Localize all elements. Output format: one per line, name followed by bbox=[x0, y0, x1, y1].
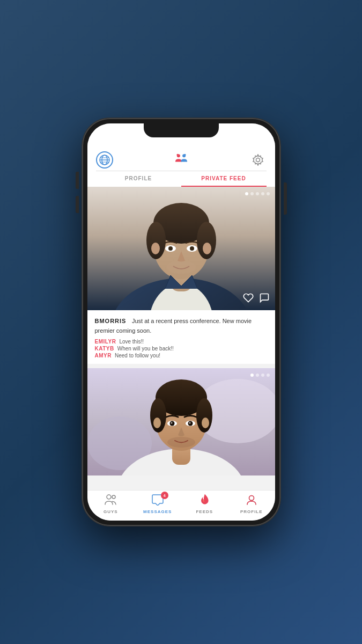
svg-point-42 bbox=[189, 422, 190, 423]
feed-content: BMORRIS Just at a recent press conferenc… bbox=[87, 187, 275, 490]
bottom-navigation: GUYS 4 MESSAGES FEEDS bbox=[87, 490, 275, 521]
comment-item: KATYB When will you be back!! bbox=[95, 346, 268, 352]
globe-icon[interactable] bbox=[96, 151, 113, 169]
header-icons-row bbox=[96, 149, 267, 171]
comment-text-2: When will you be back!! bbox=[117, 346, 174, 352]
dot-2 bbox=[250, 192, 254, 195]
svg-point-24 bbox=[190, 246, 194, 251]
comment-item: EMILYR Love this!! bbox=[95, 339, 268, 345]
phone-screen: PROFILE PRIVATE FEED bbox=[87, 123, 275, 521]
svg-point-47 bbox=[249, 496, 254, 501]
comments-list: EMILYR Love this!! KATYB When will you b… bbox=[95, 339, 268, 358]
power-button[interactable] bbox=[284, 182, 287, 215]
guys-icon bbox=[104, 494, 117, 508]
dot-1 bbox=[245, 192, 248, 195]
messages-badge: 4 bbox=[161, 492, 168, 499]
app-header: PROFILE PRIVATE FEED bbox=[87, 147, 275, 187]
post-item: BMORRIS Just at a recent press conferenc… bbox=[87, 187, 275, 364]
dot2-2 bbox=[256, 374, 259, 377]
like-icon[interactable] bbox=[243, 292, 254, 306]
post-author: BMORRIS bbox=[95, 318, 127, 324]
volume-up-button[interactable] bbox=[76, 172, 79, 189]
dot2-3 bbox=[261, 374, 264, 377]
svg-point-43 bbox=[167, 437, 195, 448]
phone-frame: PROFILE PRIVATE FEED bbox=[82, 118, 280, 526]
image-dots-2 bbox=[250, 374, 270, 377]
dot-4 bbox=[261, 192, 264, 195]
comment-text-1: Love this!! bbox=[119, 339, 144, 345]
svg-point-25 bbox=[166, 261, 196, 274]
comment-item: AMYR Need to follow you! bbox=[95, 353, 268, 358]
svg-point-45 bbox=[112, 495, 115, 499]
dot2-4 bbox=[267, 374, 270, 377]
tab-private-feed[interactable]: PRIVATE FEED bbox=[181, 171, 267, 187]
nav-item-messages[interactable]: 4 MESSAGES bbox=[134, 494, 181, 514]
image-dots bbox=[245, 192, 270, 195]
svg-point-36 bbox=[202, 418, 209, 428]
svg-point-41 bbox=[171, 422, 172, 423]
svg-point-8 bbox=[184, 154, 186, 156]
comment-author-2: KATYB bbox=[95, 346, 114, 352]
svg-point-44 bbox=[107, 495, 111, 499]
svg-point-9 bbox=[256, 158, 260, 162]
feeds-icon bbox=[198, 494, 210, 508]
dot-3 bbox=[256, 192, 259, 195]
post-image-2[interactable] bbox=[87, 368, 275, 475]
svg-point-20 bbox=[203, 243, 211, 254]
nav-label-feeds: FEEDS bbox=[196, 509, 213, 514]
comment-author-1: EMILYR bbox=[95, 339, 116, 345]
post-actions bbox=[243, 292, 270, 306]
dot-5 bbox=[267, 192, 270, 195]
app-logo bbox=[172, 153, 191, 166]
svg-point-35 bbox=[153, 418, 161, 428]
svg-point-19 bbox=[151, 243, 160, 254]
profile-icon bbox=[246, 494, 257, 508]
nav-item-feeds[interactable]: FEEDS bbox=[181, 494, 228, 514]
svg-point-23 bbox=[168, 246, 173, 251]
nav-label-guys: GUYS bbox=[104, 509, 118, 514]
comment-icon[interactable] bbox=[259, 292, 270, 306]
tabs-row: PROFILE PRIVATE FEED bbox=[96, 171, 267, 187]
dot2-1 bbox=[250, 374, 254, 377]
messages-icon: 4 bbox=[151, 494, 164, 508]
post-content: BMORRIS Just at a recent press conferenc… bbox=[87, 310, 275, 364]
settings-icon[interactable] bbox=[249, 151, 267, 169]
post-image-1[interactable] bbox=[87, 187, 275, 310]
nav-label-messages: MESSAGES bbox=[143, 509, 172, 514]
svg-point-7 bbox=[176, 154, 178, 156]
post-body: BMORRIS Just at a recent press conferenc… bbox=[95, 316, 268, 335]
post-item-2 bbox=[87, 368, 275, 475]
nav-label-profile: PROFILE bbox=[240, 509, 263, 514]
tab-profile[interactable]: PROFILE bbox=[96, 171, 181, 187]
nav-item-guys[interactable]: GUYS bbox=[87, 494, 135, 514]
nav-item-profile[interactable]: PROFILE bbox=[228, 494, 275, 514]
comment-author-3: AMYR bbox=[95, 353, 112, 358]
notch bbox=[144, 123, 219, 137]
comment-text-3: Need to follow you! bbox=[115, 353, 160, 358]
volume-down-button[interactable] bbox=[76, 196, 79, 213]
